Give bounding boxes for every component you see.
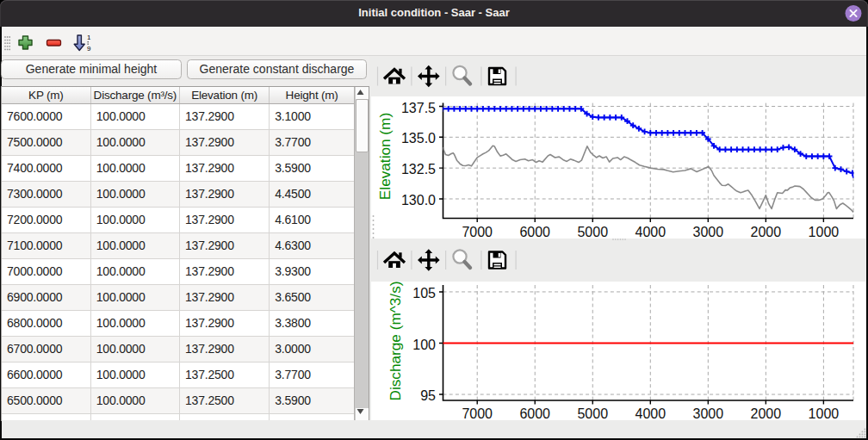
svg-text:1000: 1000 bbox=[809, 225, 840, 239]
svg-text:5000: 5000 bbox=[577, 406, 608, 421]
svg-text:7000: 7000 bbox=[462, 406, 493, 421]
svg-text:5000: 5000 bbox=[577, 225, 608, 239]
svg-text:3000: 3000 bbox=[693, 406, 724, 421]
svg-text:7000: 7000 bbox=[462, 225, 493, 239]
svg-text:95: 95 bbox=[420, 388, 436, 403]
svg-text:Discharge (m^3/s): Discharge (m^3/s) bbox=[387, 282, 404, 401]
svg-text:6000: 6000 bbox=[519, 406, 550, 421]
svg-text:4000: 4000 bbox=[635, 225, 666, 239]
svg-text:100: 100 bbox=[412, 338, 436, 352]
svg-text:105: 105 bbox=[412, 286, 436, 301]
svg-text:137.5: 137.5 bbox=[401, 101, 436, 115]
svg-text:1: 1 bbox=[87, 34, 91, 41]
svg-text:Elevation (m): Elevation (m) bbox=[376, 113, 394, 200]
svg-text:3000: 3000 bbox=[693, 225, 724, 239]
svg-text:4000: 4000 bbox=[635, 406, 666, 421]
svg-text:9: 9 bbox=[87, 45, 91, 53]
svg-text:132.5: 132.5 bbox=[401, 162, 436, 177]
svg-text:135.0: 135.0 bbox=[401, 131, 436, 146]
svg-text:130.0: 130.0 bbox=[401, 193, 436, 208]
svg-text:2000: 2000 bbox=[751, 406, 782, 421]
svg-text:1000: 1000 bbox=[809, 406, 840, 421]
svg-text:2000: 2000 bbox=[751, 225, 782, 239]
svg-text:6000: 6000 bbox=[519, 225, 550, 239]
